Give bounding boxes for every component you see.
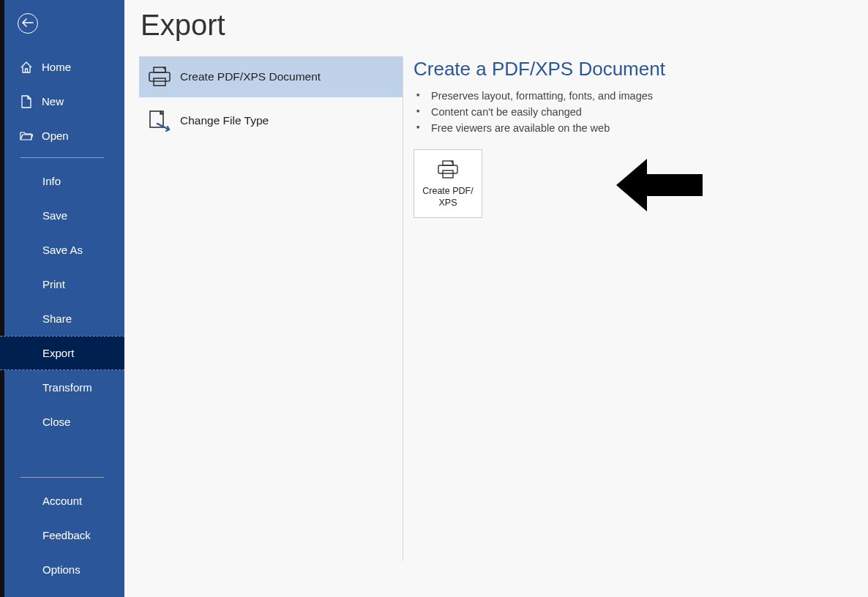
sidebar-item-label: Transform xyxy=(42,381,92,394)
sidebar-item-export[interactable]: Export xyxy=(0,336,124,370)
action-button-line2: XPS xyxy=(438,198,457,209)
sidebar-item-info[interactable]: Info xyxy=(0,164,124,198)
sidebar-item-label: Options xyxy=(42,563,81,576)
export-option-change-file-type[interactable]: Change File Type xyxy=(139,100,403,141)
sidebar-item-close[interactable]: Close xyxy=(0,405,124,439)
sidebar-item-share[interactable]: Share xyxy=(0,301,124,336)
page-title: Export xyxy=(141,9,868,42)
export-option-label: Change File Type xyxy=(180,114,269,127)
sidebar-item-home[interactable]: Home xyxy=(0,50,124,84)
new-doc-icon xyxy=(20,95,33,108)
detail-bullets: Preserves layout, formatting, fonts, and… xyxy=(414,88,868,136)
detail-pane: Create a PDF/XPS Document Preserves layo… xyxy=(414,56,868,561)
sidebar-item-feedback[interactable]: Feedback xyxy=(0,518,124,552)
detail-bullet: Preserves layout, formatting, fonts, and… xyxy=(414,88,868,104)
folder-open-icon xyxy=(20,129,33,143)
action-button-line1: Create PDF/ xyxy=(422,186,473,198)
sidebar-item-label: Home xyxy=(42,61,71,73)
svg-rect-2 xyxy=(154,78,165,86)
svg-marker-7 xyxy=(616,159,703,211)
change-file-type-icon xyxy=(146,108,173,134)
home-icon xyxy=(20,61,33,74)
detail-bullet: Free viewers are available on the web xyxy=(414,120,868,136)
main-content: Export Create PDF/XPS Document xyxy=(124,0,868,597)
sidebar-item-label: Account xyxy=(42,495,82,507)
sidebar-item-transform[interactable]: Transform xyxy=(0,370,124,405)
sidebar-divider xyxy=(20,157,104,158)
detail-title: Create a PDF/XPS Document xyxy=(414,58,868,80)
sidebar-item-label: Share xyxy=(42,312,72,325)
sidebar-item-new[interactable]: New xyxy=(0,84,124,119)
sidebar-item-open[interactable]: Open xyxy=(0,119,124,153)
sidebar-item-label: Close xyxy=(42,416,70,428)
svg-rect-6 xyxy=(443,170,453,178)
sidebar-item-label: Export xyxy=(42,347,74,359)
sidebar-item-save-as[interactable]: Save As xyxy=(0,233,124,267)
sidebar-item-label: Save xyxy=(42,209,67,222)
svg-rect-5 xyxy=(438,165,457,173)
export-option-create-pdf-xps[interactable]: Create PDF/XPS Document xyxy=(139,56,403,97)
sidebar-item-print[interactable]: Print xyxy=(0,267,124,301)
vertical-divider xyxy=(403,56,403,561)
sidebar-item-save[interactable]: Save xyxy=(0,198,124,233)
detail-bullet: Content can't be easily changed xyxy=(414,104,868,120)
printer-icon xyxy=(146,64,173,90)
sidebar-item-account[interactable]: Account xyxy=(0,484,124,518)
printer-icon xyxy=(435,158,460,181)
sidebar-item-label: New xyxy=(42,95,64,108)
sidebar-item-label: Save As xyxy=(42,244,83,256)
backstage-sidebar: Home New Open Info Save Save As Print Sh… xyxy=(0,0,124,597)
sidebar-item-label: Print xyxy=(42,278,65,290)
annotation-arrow-icon xyxy=(616,155,704,218)
export-option-label: Create PDF/XPS Document xyxy=(180,70,321,83)
sidebar-item-label: Open xyxy=(42,129,69,142)
create-pdf-xps-button[interactable]: Create PDF/ XPS xyxy=(414,149,482,218)
back-button[interactable] xyxy=(18,13,38,34)
export-options-list: Create PDF/XPS Document Change File Type xyxy=(139,56,403,561)
sidebar-item-options[interactable]: Options xyxy=(0,552,124,587)
sidebar-item-label: Info xyxy=(42,175,61,187)
sidebar-divider xyxy=(20,477,104,478)
back-arrow-icon xyxy=(22,17,34,30)
sidebar-item-label: Feedback xyxy=(42,529,91,541)
svg-rect-1 xyxy=(149,72,170,81)
